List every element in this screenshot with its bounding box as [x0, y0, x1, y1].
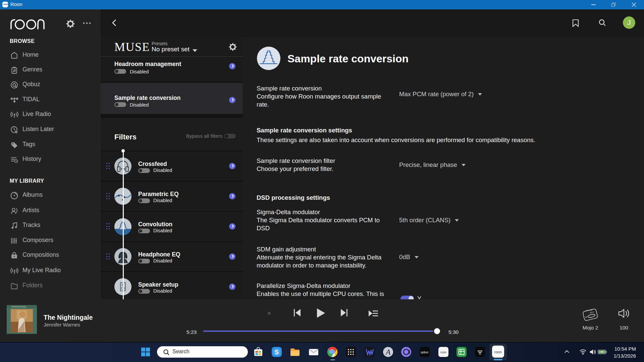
svg-text:qobuz: qobuz [421, 351, 428, 354]
svg-text:roon: roon [494, 350, 502, 354]
svg-text:S: S [275, 349, 279, 356]
svg-text:Mojo: Mojo [589, 311, 594, 314]
svg-text:A: A [385, 348, 391, 356]
svg-text:roon: roon [440, 351, 446, 354]
